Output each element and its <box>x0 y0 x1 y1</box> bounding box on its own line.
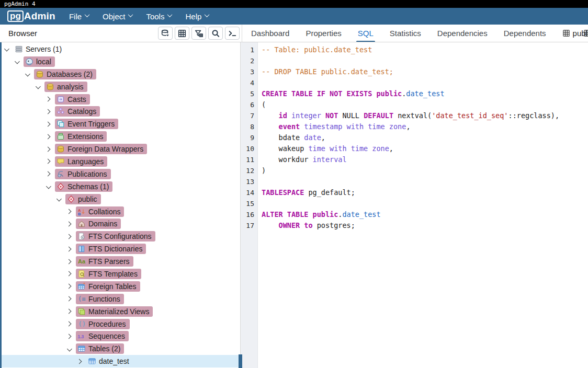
search-objects-button[interactable] <box>208 27 223 40</box>
tree-item-schemas-1[interactable]: Schemas (1) <box>0 180 240 193</box>
search-icon <box>211 29 220 38</box>
tab-dashboard[interactable]: Dashboard <box>251 25 289 42</box>
tree-item-fts-templates[interactable]: FTS Templates <box>0 268 240 280</box>
menu-object[interactable]: Object <box>103 12 132 21</box>
chevron-right-icon[interactable] <box>66 271 72 277</box>
chevron-right-icon[interactable] <box>46 121 51 126</box>
line-number: 8 <box>241 121 257 132</box>
chevron-down-icon[interactable] <box>56 197 62 202</box>
chevron-right-icon[interactable] <box>66 209 72 214</box>
chevron-right-icon[interactable] <box>46 97 51 102</box>
sql-line: ALTER TABLE public.date_test <box>262 209 588 220</box>
chevron-right-icon[interactable] <box>66 334 72 339</box>
tree-item-publications[interactable]: Publications <box>0 168 240 180</box>
chevron-down-icon <box>85 12 90 17</box>
sql-line: ) <box>262 165 588 176</box>
tree-item-databases-2[interactable]: Databases (2) <box>0 68 240 80</box>
tree-item-foreign-tables[interactable]: Foreign Tables <box>0 280 240 293</box>
tree-item-labelwrap: local <box>24 56 55 67</box>
chevron-right-icon[interactable] <box>46 171 51 177</box>
tree-item-casts[interactable]: Casts <box>0 93 240 106</box>
tree-item-label: Tables (2) <box>88 344 120 353</box>
tree-item-labelwrap: Domains <box>76 218 121 229</box>
sql-code-editor[interactable]: -- Table: public.date_test-- DROP TABLE … <box>258 42 588 368</box>
tab-properties[interactable]: Properties <box>306 25 341 42</box>
tab-dependents[interactable]: Dependents <box>504 25 546 42</box>
tree-item-collations[interactable]: Collations <box>0 205 240 218</box>
menubar: pg Admin FileObjectToolsHelp <box>0 8 588 25</box>
tree-item-extensions[interactable]: Extensions <box>0 130 240 143</box>
menu-file[interactable]: File <box>69 12 89 21</box>
chevron-right-icon[interactable] <box>66 296 72 302</box>
sql-line: event timestamp with time zone, <box>262 121 588 132</box>
tree-item-local[interactable]: local <box>0 55 240 68</box>
tab-statistics[interactable]: Statistics <box>390 25 421 42</box>
tree-item-fts-dictionaries[interactable]: FTS Dictionaries <box>0 243 240 255</box>
schema-icon <box>67 195 75 203</box>
chevron-down-icon[interactable] <box>25 72 30 77</box>
tree-item-analysis[interactable]: analysis <box>0 80 240 93</box>
tab-dependencies[interactable]: Dependencies <box>437 25 488 42</box>
tab-sql[interactable]: SQL <box>358 25 374 42</box>
chevron-down-icon[interactable] <box>67 346 72 351</box>
tree-item-labelwrap: Tables (2) <box>76 343 124 354</box>
tree-item-public[interactable]: public <box>0 193 240 205</box>
tree-item-domains[interactable]: Domains <box>0 217 240 230</box>
chevron-down-icon[interactable] <box>4 47 9 52</box>
chevron-right-icon[interactable] <box>66 259 72 264</box>
chevron-right-icon[interactable] <box>66 284 72 289</box>
menu-items: FileObjectToolsHelp <box>69 12 222 21</box>
tab-partial-next-icon[interactable] <box>583 25 588 42</box>
sql-pane[interactable]: 1234567891011121314151617 -- Table: publ… <box>241 42 588 368</box>
tree-item-foreign-data-wrappers[interactable]: Foreign Data Wrappers <box>0 143 240 155</box>
tree-item-label: Foreign Tables <box>88 282 137 291</box>
chevron-right-icon[interactable] <box>66 309 72 314</box>
filtered-rows-button[interactable] <box>191 27 206 40</box>
view-data-button[interactable] <box>175 27 189 40</box>
chevron-right-icon[interactable] <box>66 234 72 239</box>
chevron-down-icon[interactable] <box>36 84 41 89</box>
coll-icon <box>77 208 86 216</box>
chevron-right-icon[interactable] <box>46 134 51 139</box>
tree-item-label: FTS Configurations <box>88 232 152 240</box>
tree-item-functions[interactable]: Functions <box>0 293 240 305</box>
object-browser-tree[interactable]: Servers (1)localDatabases (2)analysisCas… <box>0 42 240 368</box>
chevron-right-icon[interactable] <box>77 359 82 364</box>
tree-scrollbar-thumb[interactable] <box>239 354 242 368</box>
chevron-right-icon[interactable] <box>46 146 51 152</box>
chevron-right-icon[interactable] <box>66 321 72 327</box>
menu-file-label: File <box>69 12 82 21</box>
chevron-right-icon[interactable] <box>46 159 51 164</box>
tree-item-date-test[interactable]: date_test <box>0 355 240 367</box>
tree-item-label: local <box>36 58 51 66</box>
chevron-right-icon[interactable] <box>66 246 72 251</box>
tree-item-sequences[interactable]: Sequences <box>0 330 240 342</box>
tree-item-servers-1[interactable]: Servers (1) <box>0 43 240 55</box>
chevron-right-icon[interactable] <box>46 109 51 114</box>
tree-item-fts-configurations[interactable]: FTS Configurations <box>0 230 240 243</box>
chevron-down-icon <box>205 12 210 17</box>
browser-panel-title: Browser <box>8 29 156 38</box>
tree-item-languages[interactable]: Languages <box>0 155 240 168</box>
psql-tool-button[interactable] <box>225 27 240 40</box>
menu-tools[interactable]: Tools <box>146 12 172 21</box>
domain-icon <box>77 220 86 228</box>
tree-item-event-triggers[interactable]: Event Triggers <box>0 118 240 130</box>
sql-line-number-gutter: 1234567891011121314151617 <box>241 42 258 368</box>
header-row: Browser <box>0 25 588 42</box>
tree-item-materialized-views[interactable]: Materialized Views <box>0 305 240 318</box>
pgadmin-window: pgAdmin 4 pg Admin FileObjectToolsHelp B… <box>0 0 588 368</box>
chevron-right-icon[interactable] <box>66 221 72 226</box>
menu-help[interactable]: Help <box>185 12 209 21</box>
tree-item-fts-parsers[interactable]: FTS Parsers <box>0 255 240 268</box>
tree-item-procedures[interactable]: Procedures <box>0 318 240 330</box>
sql-line: CREATE TABLE IF NOT EXISTS public.date_t… <box>262 88 588 99</box>
chevron-down-icon[interactable] <box>15 59 20 64</box>
tree-item-labelwrap: Foreign Tables <box>76 281 140 292</box>
chevron-down-icon[interactable] <box>46 184 51 189</box>
tree-item-tables-2[interactable]: Tables (2) <box>0 342 240 355</box>
tree-item-catalogs[interactable]: Catalogs <box>0 105 240 118</box>
refresh-database-button[interactable] <box>158 27 173 40</box>
tree-item-labelwrap: FTS Configurations <box>76 231 155 242</box>
os-title-text: pgAdmin 4 <box>4 1 36 7</box>
